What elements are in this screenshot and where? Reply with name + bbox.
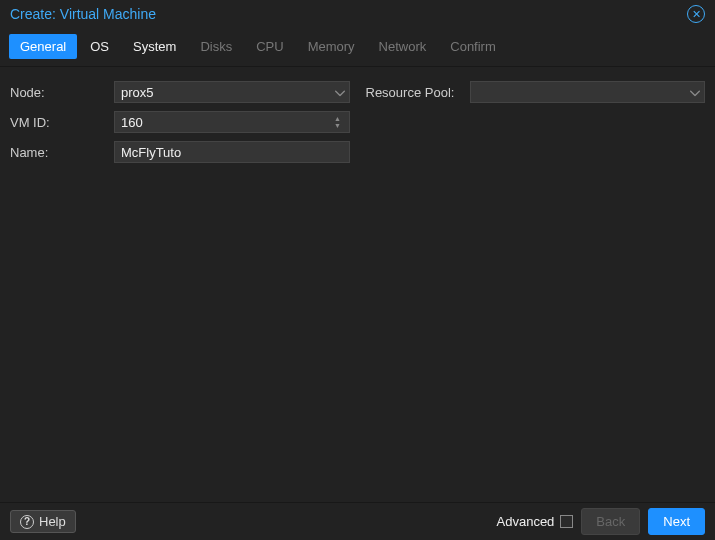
node-field[interactable]: prox5 [114,81,350,103]
titlebar: Create: Virtual Machine ✕ [0,0,715,30]
tab-cpu: CPU [245,34,294,59]
pool-row: Resource Pool: [366,81,706,103]
advanced-checkbox[interactable] [560,515,573,528]
pool-field[interactable] [470,81,706,103]
next-label: Next [663,514,690,529]
name-field[interactable]: McFlyTuto [114,141,350,163]
advanced-label: Advanced [497,514,555,529]
chevron-down-icon [690,85,700,100]
name-value: McFlyTuto [121,145,181,160]
name-label: Name: [10,145,114,160]
help-label: Help [39,514,66,529]
tab-confirm: Confirm [439,34,507,59]
name-row: Name: McFlyTuto [10,141,350,163]
footer: ? Help Advanced Back Next [0,502,715,540]
back-label: Back [596,514,625,529]
vmid-field[interactable]: 160 ▲ ▼ [114,111,350,133]
tab-memory: Memory [297,34,366,59]
node-value: prox5 [121,85,154,100]
left-column: Node: prox5 VM ID: 160 ▲ ▼ [10,81,350,488]
tab-bar: General OS System Disks CPU Memory Netwo… [0,30,715,67]
vmid-label: VM ID: [10,115,114,130]
node-label: Node: [10,85,114,100]
help-button[interactable]: ? Help [10,510,76,533]
tab-os[interactable]: OS [79,34,120,59]
tab-network: Network [368,34,438,59]
create-vm-dialog: Create: Virtual Machine ✕ General OS Sys… [0,0,715,540]
help-icon: ? [20,515,34,529]
tab-system[interactable]: System [122,34,187,59]
node-row: Node: prox5 [10,81,350,103]
spinner-icon: ▲ ▼ [331,112,345,132]
pool-label: Resource Pool: [366,85,470,100]
dialog-title: Create: Virtual Machine [10,6,156,22]
next-button[interactable]: Next [648,508,705,535]
tab-general[interactable]: General [9,34,77,59]
back-button: Back [581,508,640,535]
vmid-value: 160 [121,115,143,130]
right-column: Resource Pool: [366,81,706,488]
form-content: Node: prox5 VM ID: 160 ▲ ▼ [0,67,715,502]
close-icon[interactable]: ✕ [687,5,705,23]
chevron-down-icon [335,85,345,100]
vmid-row: VM ID: 160 ▲ ▼ [10,111,350,133]
advanced-toggle: Advanced [497,514,574,529]
tab-disks: Disks [189,34,243,59]
